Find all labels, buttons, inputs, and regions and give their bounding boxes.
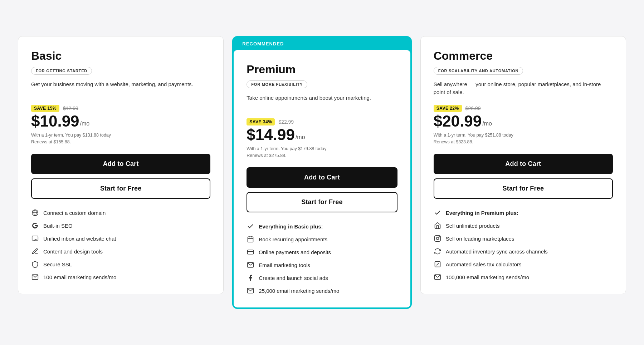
chat-icon <box>31 235 39 242</box>
price-mo: /mo <box>482 120 492 127</box>
price-mo: /mo <box>80 120 90 127</box>
feature-text: Automated inventory sync across channels <box>446 248 548 255</box>
original-price: $26.99 <box>465 105 481 111</box>
save-badge: SAVE 34% <box>247 118 275 125</box>
price-row: SAVE 22%$26.99 <box>434 105 613 112</box>
start-for-free-button[interactable]: Start for Free <box>247 192 397 212</box>
sync-icon <box>434 247 441 255</box>
feature-item: Unified inbox and website chat <box>31 235 210 242</box>
tax-icon <box>434 260 441 268</box>
price-dollar: $20.99 <box>434 113 482 129</box>
instagram-icon <box>434 235 441 242</box>
feature-item: Sell on leading marketplaces <box>434 235 613 242</box>
feature-text: Online payments and deposits <box>259 249 331 255</box>
original-price: $12.99 <box>63 105 78 111</box>
plan-description: Take online appointments and boost your … <box>247 94 397 111</box>
feature-item: Everything in Basic plus: <box>247 222 397 230</box>
add-to-cart-button[interactable]: Add to Cart <box>31 154 210 174</box>
feature-text: Automated sales tax calculators <box>446 261 522 267</box>
feature-text: Create and launch social ads <box>259 275 328 281</box>
feature-item: Content and design tools <box>31 247 210 255</box>
calendar-icon <box>247 235 254 243</box>
plan-title: Commerce <box>434 49 613 63</box>
feature-item: Sell unlimited products <box>434 222 613 230</box>
feature-text: 100 email marketing sends/mo <box>43 274 116 280</box>
store-icon <box>434 222 441 230</box>
email-icon <box>247 287 254 295</box>
price-row: SAVE 34%$22.99 <box>247 118 397 125</box>
feature-text: Sell unlimited products <box>446 223 500 229</box>
pricing-container: BasicFOR GETTING STARTEDGet your busines… <box>18 36 626 309</box>
price-note: With a 1-yr term. You pay $179.88 today … <box>247 146 397 159</box>
shield-icon <box>31 260 39 268</box>
feature-item: Email marketing tools <box>247 261 397 269</box>
plan-card-commerce: CommerceFOR SCALABILITY AND AUTOMATIONSe… <box>420 36 626 295</box>
feature-item: Automated inventory sync across channels <box>434 247 613 255</box>
feature-item: Create and launch social ads <box>247 274 397 282</box>
start-for-free-button[interactable]: Start for Free <box>31 178 210 199</box>
features-list: Everything in Basic plus:Book recurring … <box>247 222 397 295</box>
price-dollar: $10.99 <box>31 113 79 129</box>
feature-text: Unified inbox and website chat <box>43 236 116 242</box>
check-icon <box>247 222 254 230</box>
plan-badge: FOR GETTING STARTED <box>31 67 92 75</box>
add-to-cart-button[interactable]: Add to Cart <box>434 154 613 174</box>
original-price: $22.99 <box>278 119 294 125</box>
plan-card-premium: RECOMMENDEDPremiumFOR MORE FLEXIBILITYTa… <box>232 36 411 309</box>
feature-item: 100 email marketing sends/mo <box>31 273 210 281</box>
feature-item: Online payments and deposits <box>247 248 397 256</box>
feature-item: 100,000 email marketing sends/mo <box>434 273 613 281</box>
feature-text: Email marketing tools <box>259 262 310 268</box>
feature-text: Everything in Premium plus: <box>446 210 518 216</box>
facebook-icon <box>247 274 254 282</box>
svg-rect-5 <box>248 237 253 242</box>
price-main: $14.99/mo <box>247 127 397 143</box>
features-list: Connect a custom domainBuilt-in SEOUnifi… <box>31 209 210 281</box>
feature-text: Sell on leading marketplaces <box>446 236 514 242</box>
svg-point-11 <box>436 237 439 240</box>
price-main: $10.99/mo <box>31 113 210 129</box>
save-badge: SAVE 22% <box>434 105 462 112</box>
add-to-cart-button[interactable]: Add to Cart <box>247 167 397 188</box>
price-main: $20.99/mo <box>434 113 613 129</box>
feature-text: Book recurring appointments <box>259 236 327 242</box>
plan-card-basic: BasicFOR GETTING STARTEDGet your busines… <box>18 36 224 295</box>
feature-text: 100,000 email marketing sends/mo <box>446 274 529 280</box>
feature-text: Content and design tools <box>43 248 103 255</box>
features-list: Everything in Premium plus:Sell unlimite… <box>434 209 613 281</box>
card-icon <box>247 248 254 256</box>
svg-point-12 <box>439 237 439 237</box>
feature-item: Book recurring appointments <box>247 235 397 243</box>
feature-item: Connect a custom domain <box>31 209 210 217</box>
globe-icon <box>31 209 39 217</box>
plan-title: Basic <box>31 49 210 63</box>
google-icon <box>31 222 39 230</box>
feature-item: Built-in SEO <box>31 222 210 230</box>
plan-description: Get your business moving with a website,… <box>31 80 210 98</box>
price-mo: /mo <box>296 134 305 141</box>
svg-rect-6 <box>248 250 254 254</box>
plan-title: Premium <box>247 63 397 76</box>
price-note: With a 1-yr term. You pay $251.88 today … <box>434 132 613 146</box>
feature-text: Everything in Basic plus: <box>259 223 323 230</box>
feature-text: Secure SSL <box>43 261 72 267</box>
save-badge: SAVE 15% <box>31 105 59 112</box>
plan-badge: FOR SCALABILITY AND AUTOMATION <box>434 67 523 75</box>
feature-text: Connect a custom domain <box>43 210 106 216</box>
plan-description: Sell anywhere — your online store, popul… <box>434 80 613 98</box>
check-icon <box>434 209 441 217</box>
feature-item: Everything in Premium plus: <box>434 209 613 217</box>
recommended-label: RECOMMENDED <box>232 36 411 46</box>
feature-text: 25,000 email marketing sends/mo <box>259 288 339 294</box>
price-dollar: $14.99 <box>247 127 295 143</box>
feature-item: Automated sales tax calculators <box>434 260 613 268</box>
start-for-free-button[interactable]: Start for Free <box>434 178 613 199</box>
feature-item: 25,000 email marketing sends/mo <box>247 287 397 295</box>
email-icon <box>434 273 441 281</box>
email-icon <box>247 261 254 269</box>
design-icon <box>31 247 39 255</box>
feature-item: Secure SSL <box>31 260 210 268</box>
price-note: With a 1-yr term. You pay $131.88 today … <box>31 132 210 146</box>
plan-badge: FOR MORE FLEXIBILITY <box>247 80 307 88</box>
price-row: SAVE 15%$12.99 <box>31 105 210 112</box>
